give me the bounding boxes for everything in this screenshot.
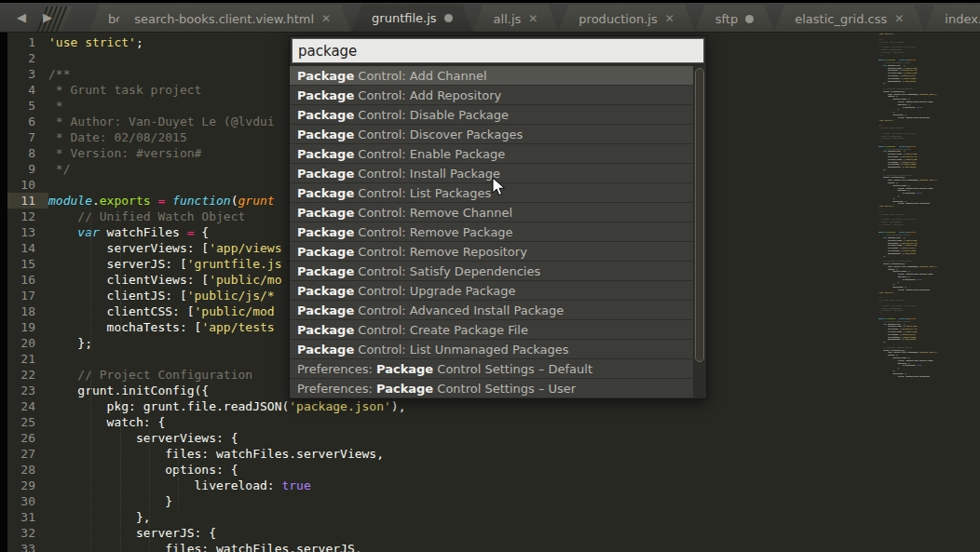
indent-guide — [149, 446, 150, 462]
line-number: 20 — [7, 335, 48, 351]
line-number: 6 — [7, 114, 48, 129]
indent-guide — [120, 303, 121, 319]
palette-scrollbar-thumb[interactable] — [695, 68, 704, 362]
palette-item[interactable]: Package Control: Add Channel — [290, 66, 693, 86]
line-number: 25 — [7, 414, 48, 430]
tab-label: search-books.client.view.html — [134, 12, 314, 26]
tab-label: all.js — [494, 12, 522, 26]
indent-guide — [178, 462, 179, 478]
indent-guide — [120, 446, 121, 462]
code-line-32: 32 serverJS: { — [7, 525, 874, 541]
palette-item[interactable]: Package Control: Remove Repository — [290, 242, 693, 262]
command-palette-list: Package Control: Add ChannelPackage Cont… — [290, 66, 693, 398]
tab-all-js[interactable]: all.js✕ — [473, 5, 559, 33]
indent-guide — [120, 256, 121, 272]
line-number: 15 — [7, 256, 48, 272]
line-number: 3 — [7, 66, 48, 82]
back-arrow-icon[interactable]: ◀ — [17, 10, 26, 25]
palette-item[interactable]: Package Control: Upgrade Package — [290, 281, 693, 301]
indent-guide — [120, 288, 121, 303]
tab-close-icon[interactable]: ✕ — [894, 13, 904, 24]
indent-guide — [90, 209, 91, 224]
line-number: 1 — [7, 34, 48, 50]
tab-close-icon[interactable]: ✕ — [321, 13, 331, 24]
indent-guide — [90, 383, 91, 398]
indent-guide — [120, 509, 121, 525]
palette-scrollbar-track[interactable] — [693, 66, 706, 398]
indent-guide — [178, 446, 179, 462]
palette-item[interactable]: Package Control: Create Package File — [290, 320, 693, 340]
indent-guide — [90, 414, 91, 430]
code-line-30: 30 } — [7, 493, 874, 509]
indent-guide — [120, 525, 121, 541]
palette-item[interactable]: Package Control: Discover Packages — [290, 125, 693, 144]
code-line-29: 29 livereload: true — [7, 478, 874, 493]
tab-search-books-client-view-html[interactable]: search-books.client.view.html✕ — [114, 5, 351, 33]
minimap[interactable]: 1'use strict';23/**4 * Grunt task projec… — [878, 33, 972, 550]
indent-guide — [90, 224, 91, 240]
indent-guide — [208, 478, 209, 493]
indent-guide — [149, 493, 150, 509]
indent-guide — [90, 430, 91, 446]
palette-item[interactable]: Package Control: List Unmanaged Packages — [290, 340, 693, 359]
tab-sftp[interactable]: sftp — [695, 5, 774, 33]
palette-item[interactable]: Preferences: Package Control Settings – … — [290, 359, 693, 379]
indent-guide — [90, 398, 91, 414]
indent-guide — [120, 430, 121, 446]
line-number: 17 — [7, 288, 48, 303]
line-number: 18 — [7, 303, 48, 319]
code-line-28: 28 options: { — [7, 462, 874, 478]
tab-close-icon[interactable]: ✕ — [528, 13, 538, 24]
indent-guide — [90, 256, 91, 272]
command-palette-input[interactable] — [292, 38, 704, 63]
indent-guide — [90, 525, 91, 541]
tab-elastic-grid-css[interactable]: elastic_grid.css✕ — [774, 5, 924, 33]
indent-guide — [149, 462, 150, 478]
code-line-27: 27 files: watchFiles.serverViews, — [7, 446, 874, 462]
tab-production-js[interactable]: production.js✕ — [558, 5, 694, 33]
indent-guide — [149, 525, 150, 541]
palette-item[interactable]: Package Control: Enable Package — [290, 144, 693, 164]
indent-guide — [90, 288, 91, 303]
indent-guide — [120, 541, 121, 552]
code-line-26: 26 serverViews: { — [7, 430, 874, 446]
palette-item[interactable]: Package Control: List Packages — [290, 183, 693, 203]
tab-close-icon[interactable]: ✕ — [665, 13, 674, 24]
tab-gruntfile-js[interactable]: gruntfile.js — [351, 4, 473, 33]
line-number: 33 — [7, 541, 48, 552]
tab-index-hbs[interactable]: index.hbs✕ — [924, 5, 980, 33]
palette-item[interactable]: Package Control: Remove Package — [290, 222, 693, 242]
line-number: 8 — [7, 145, 48, 161]
sublime-text-window: ◀ ▶ bosearch-books.client.view.html✕grun… — [0, 0, 980, 552]
palette-item[interactable]: Package Control: Remove Channel — [290, 203, 693, 222]
indent-guide — [90, 446, 91, 462]
palette-item[interactable]: Preferences: Package Control Settings – … — [290, 379, 693, 398]
tab-label: index.hbs — [945, 12, 980, 26]
line-number: 22 — [7, 367, 48, 383]
indent-guide — [90, 541, 91, 552]
command-palette: Package Control: Add ChannelPackage Cont… — [289, 35, 707, 399]
indent-guide — [90, 335, 91, 351]
indent-guide — [178, 493, 179, 509]
minimap-content: 1'use strict';23/**4 * Grunt task projec… — [878, 33, 972, 377]
palette-item[interactable]: Package Control: Install Package — [290, 164, 693, 183]
tab-modified-dot-icon[interactable] — [745, 15, 754, 23]
tab-modified-dot-icon[interactable] — [444, 14, 453, 22]
palette-item[interactable]: Package Control: Satisfy Dependencies — [290, 262, 693, 281]
line-number: 29 — [7, 478, 48, 493]
indent-guide — [120, 478, 121, 493]
line-number: 27 — [7, 446, 48, 462]
indent-guide — [149, 509, 150, 525]
forward-arrow-icon[interactable]: ▶ — [43, 10, 52, 25]
indent-guide — [120, 272, 121, 288]
tab-label: elastic_grid.css — [795, 12, 887, 26]
palette-item[interactable]: Package Control: Add Repository — [290, 86, 693, 105]
indent-guide — [90, 367, 91, 383]
palette-item[interactable]: Package Control: Advanced Install Packag… — [290, 301, 693, 320]
indent-guide — [120, 462, 121, 478]
line-number: 7 — [7, 129, 48, 145]
line-number: 4 — [7, 82, 48, 98]
line-number: 32 — [7, 525, 48, 541]
tab-strip: bosearch-books.client.view.html✕gruntfil… — [89, 3, 980, 33]
palette-item[interactable]: Package Control: Disable Package — [290, 105, 693, 125]
